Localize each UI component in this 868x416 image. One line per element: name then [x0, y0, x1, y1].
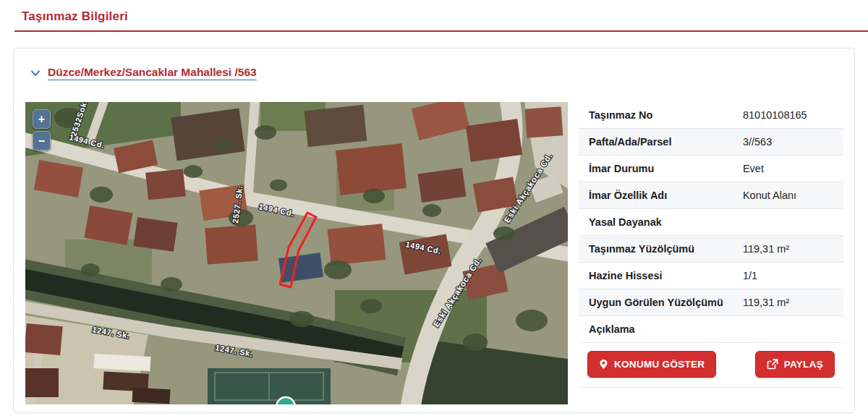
row-label: Açıklama — [589, 323, 743, 335]
share-label: PAYLAŞ — [784, 359, 823, 370]
parcel-map[interactable]: 2532Sok. 1494 Cd. 2527. Sk. 1494 Cd. 149… — [25, 102, 568, 404]
table-row: Pafta/Ada/Parsel 3//563 — [579, 129, 843, 156]
row-value: 119,31 m² — [743, 243, 833, 255]
chevron-down-icon[interactable] — [30, 67, 41, 79]
zoom-out-button[interactable]: − — [33, 131, 51, 150]
share-icon — [767, 359, 778, 370]
table-row: İmar Durumu Evet — [579, 156, 843, 182]
table-row: Taşınmaz No 81010108165 — [579, 102, 843, 129]
page-header: Taşınmaz Bilgileri — [0, 0, 868, 24]
row-label: Uygun Görülen Yüzölçümü — [589, 297, 743, 308]
table-row: Hazine Hissesi 1/1 — [579, 263, 843, 289]
row-value: 1/1 — [743, 270, 833, 281]
row-label: İmar Özellik Adı — [589, 190, 743, 201]
property-details-table: Taşınmaz No 81010108165 Pafta/Ada/Parsel… — [579, 102, 843, 404]
title-divider — [14, 30, 868, 32]
map-zoom-control: + − — [33, 109, 51, 150]
location-pin-icon — [599, 359, 608, 370]
row-value: Konut Alanı — [743, 190, 833, 201]
table-row: İmar Özellik Adı Konut Alanı — [579, 182, 843, 209]
row-value: 119,31 m² — [743, 297, 833, 308]
satellite-map-image: 2532Sok. 1494 Cd. 2527. Sk. 1494 Cd. 149… — [25, 102, 568, 404]
row-label: Taşınmaz No — [589, 109, 743, 121]
show-location-label: KONUMU GÖSTER — [614, 359, 705, 370]
share-button[interactable]: PAYLAŞ — [755, 351, 835, 378]
actions-row: KONUMU GÖSTER PAYLAŞ — [579, 343, 843, 388]
show-location-button[interactable]: KONUMU GÖSTER — [587, 351, 716, 378]
row-label: İmar Durumu — [589, 163, 743, 174]
property-card: Düzce/Merkez/Sancaklar Mahallesi /563 — [13, 48, 855, 413]
row-label: Yasal Dayanak — [589, 216, 743, 228]
row-value: 3//563 — [743, 136, 833, 148]
row-value: Evet — [743, 163, 833, 174]
row-label: Pafta/Ada/Parsel — [589, 136, 743, 148]
row-label: Hazine Hissesi — [589, 270, 743, 281]
content-row: 2532Sok. 1494 Cd. 2527. Sk. 1494 Cd. 149… — [14, 102, 854, 416]
table-row: Yasal Dayanak — [579, 209, 843, 236]
section-header: Düzce/Merkez/Sancaklar Mahallesi /563 — [14, 48, 854, 80]
row-value: 81010108165 — [743, 109, 833, 121]
parcel-section-link[interactable]: Düzce/Merkez/Sancaklar Mahallesi /563 — [48, 66, 257, 80]
table-row: Açıklama — [579, 316, 843, 343]
table-row: Uygun Görülen Yüzölçümü 119,31 m² — [579, 289, 843, 316]
row-label: Taşınmaz Yüzölçümü — [589, 243, 743, 255]
page-title: Taşınmaz Bilgileri — [22, 9, 868, 24]
zoom-in-button[interactable]: + — [33, 109, 51, 129]
table-row: Taşınmaz Yüzölçümü 119,31 m² — [579, 236, 843, 263]
